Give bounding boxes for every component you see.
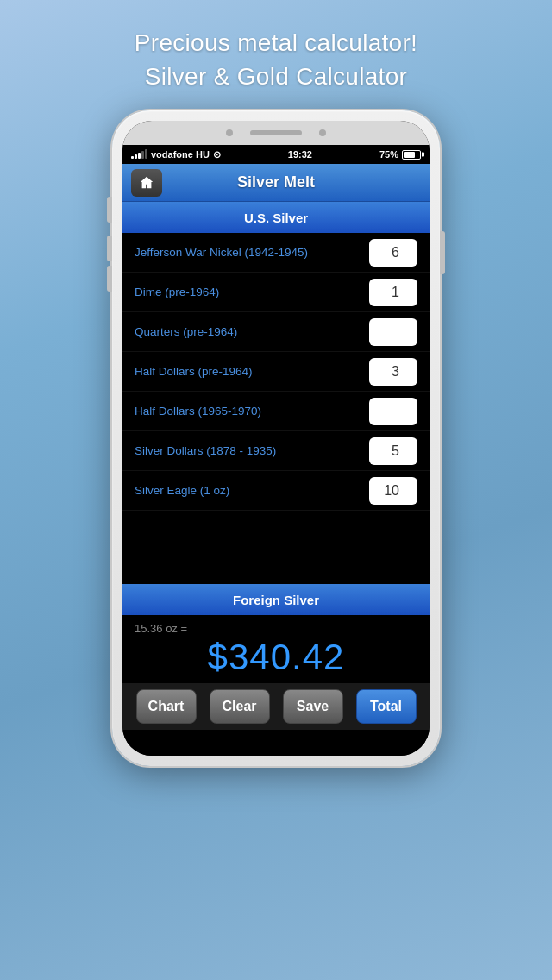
- coin-label-silver-dollars: Silver Dollars (1878 - 1935): [135, 444, 276, 457]
- coin-row-quarters: Quarters (pre-1964): [122, 312, 430, 352]
- us-silver-label: U.S. Silver: [244, 210, 308, 225]
- coin-input-dime[interactable]: [369, 279, 417, 306]
- bottom-black-area: [122, 730, 430, 756]
- speaker-bar: [250, 130, 302, 135]
- toolbar: Chart Clear Save Total: [122, 683, 430, 730]
- status-time: 19:32: [288, 149, 312, 160]
- status-left: vodafone HU ⊙: [131, 149, 221, 160]
- coin-rows-container: Jefferson War Nickel (1942-1945) Dime (p…: [122, 233, 430, 584]
- status-right: 75%: [380, 149, 421, 160]
- phone-top-bar: [122, 121, 430, 145]
- coin-label-half64: Half Dollars (pre-1964): [135, 365, 253, 378]
- clear-button[interactable]: Clear: [210, 689, 270, 724]
- coin-row-dime: Dime (pre-1964): [122, 273, 430, 312]
- coin-input-silver-eagle[interactable]: [369, 477, 417, 505]
- carrier-name: vodafone HU: [151, 149, 210, 160]
- price-display: $340.42: [135, 637, 417, 678]
- save-button[interactable]: Save: [283, 689, 343, 724]
- total-button[interactable]: Total: [356, 689, 417, 724]
- coin-row-jefferson: Jefferson War Nickel (1942-1945): [122, 233, 430, 273]
- page-background-title: Precious metal calculator! Silver & Gold…: [135, 26, 417, 93]
- wifi-icon: ⊙: [213, 149, 221, 160]
- signal-bars: [131, 150, 147, 159]
- sensor-dot: [319, 129, 326, 136]
- home-icon: [139, 175, 154, 191]
- coin-row-silver-dollars: Silver Dollars (1878 - 1935): [122, 431, 430, 471]
- phone-frame: vodafone HU ⊙ 19:32 75% Silver Melt: [112, 110, 440, 766]
- coin-label-jefferson: Jefferson War Nickel (1942-1945): [135, 246, 308, 259]
- coin-label-silver-eagle: Silver Eagle (1 oz): [135, 484, 229, 497]
- coin-label-dime: Dime (pre-1964): [135, 286, 219, 298]
- nav-bar: Silver Melt: [122, 164, 430, 202]
- foreign-silver-section-header: Foreign Silver: [122, 584, 430, 615]
- coin-input-silver-dollars[interactable]: [369, 437, 417, 465]
- coin-input-half70[interactable]: [369, 398, 417, 425]
- coin-row-half64: Half Dollars (pre-1964): [122, 352, 430, 392]
- battery-icon: [402, 150, 421, 160]
- camera-dot: [226, 129, 233, 136]
- coin-label-quarters: Quarters (pre-1964): [135, 325, 237, 338]
- home-button[interactable]: [131, 169, 162, 197]
- coin-input-quarters[interactable]: [369, 318, 417, 346]
- foreign-silver-label: Foreign Silver: [233, 593, 319, 607]
- nav-title: Silver Melt: [162, 173, 390, 192]
- coin-row-silver-eagle: Silver Eagle (1 oz): [122, 471, 430, 511]
- phone-screen: vodafone HU ⊙ 19:32 75% Silver Melt: [122, 121, 430, 756]
- coin-label-half70: Half Dollars (1965-1970): [135, 405, 261, 418]
- coin-input-half64[interactable]: [369, 358, 417, 386]
- battery-percent: 75%: [380, 149, 398, 160]
- coin-row-half70: Half Dollars (1965-1970): [122, 392, 430, 431]
- chart-button[interactable]: Chart: [136, 689, 197, 724]
- coin-input-jefferson[interactable]: [369, 239, 417, 267]
- status-bar: vodafone HU ⊙ 19:32 75%: [122, 145, 430, 164]
- oz-label: 15.36 oz =: [135, 622, 417, 635]
- battery-fill: [404, 152, 416, 158]
- result-area: 15.36 oz = $340.42: [122, 615, 430, 683]
- us-silver-section-header: U.S. Silver: [122, 202, 430, 233]
